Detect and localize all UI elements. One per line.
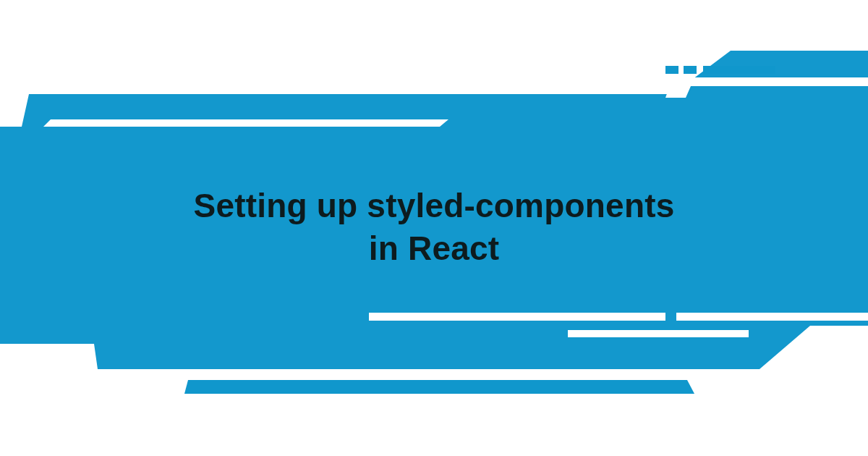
bottom-white-stripe-1 — [369, 313, 665, 321]
hero-title: Setting up styled-components in React — [0, 185, 868, 270]
bottom-white-stripe-3 — [568, 330, 749, 337]
top-tick-2 — [684, 66, 697, 74]
top-left-white-stripe — [43, 119, 448, 127]
top-tick-3 — [703, 66, 775, 74]
top-tick-1 — [665, 66, 678, 74]
bottom-white-stripe-2 — [676, 313, 868, 321]
bottom-blue-bar — [184, 380, 694, 394]
